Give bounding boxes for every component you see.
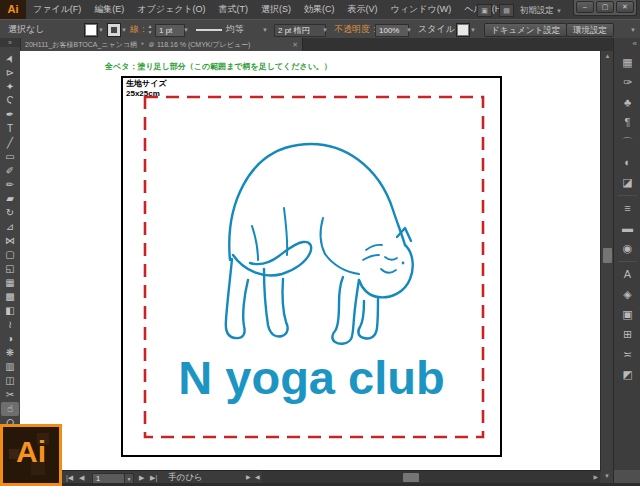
artboards-panel-icon[interactable]: ▣ (614, 304, 640, 324)
mesh-tool[interactable]: ▩ (0, 290, 20, 304)
stroke-caret-icon[interactable]: ▼ (121, 27, 127, 33)
symbol-sprayer-tool[interactable]: ❋ (0, 346, 20, 360)
slice-tool[interactable]: ✂ (0, 388, 20, 402)
pathfinder-panel-icon[interactable]: ◩ (614, 364, 640, 384)
artboard-tool[interactable]: ◫ (0, 374, 20, 388)
transform-panel-icon[interactable]: ⊞ (614, 324, 640, 344)
document-setup-button[interactable]: ドキュメント設定 (484, 23, 567, 37)
tools-panel: » ➤ ⊳ ✦ Ϛ ✒ T ╱ ▭ ✐ ✏ ▰ ↻ ⊿ ⋈ ▢ ◱ ▦ ▩ ◧ … (0, 38, 21, 470)
symbols-panel-icon[interactable]: ♣ (614, 92, 640, 112)
ai-logo-text: Ai (3, 435, 59, 469)
dock-expand-icon[interactable]: « (633, 39, 637, 48)
menu-bar: Ai ファイル(F) 編集(E) オブジェクト(O) 書式(T) 選択(S) 効… (0, 0, 640, 20)
vertical-scroll-thumb[interactable] (603, 248, 612, 263)
preferences-button[interactable]: 環境設定 (566, 23, 614, 37)
cat-illustration (222, 138, 418, 348)
free-transform-tool[interactable]: ▢ (0, 248, 20, 262)
vertical-scrollbar[interactable]: ▲ (600, 51, 614, 470)
menu-select[interactable]: 選択(S) (261, 3, 291, 16)
paragraph-panel-icon[interactable]: ¶ (614, 112, 640, 132)
document-tab[interactable]: 20H111_お客様BTOCA_ニャンコ柄 ＊ ＠ 118.16 % (CMYK… (21, 38, 303, 51)
style-caret-icon[interactable]: ▼ (470, 27, 476, 33)
lasso-tool[interactable]: Ϛ (0, 94, 20, 108)
eyedropper-tool[interactable]: ≀ (0, 318, 20, 332)
color-panel-icon[interactable]: ◐ (614, 152, 640, 172)
menu-window[interactable]: ウィンドウ(W) (391, 3, 452, 16)
eraser-tool[interactable]: ▰ (0, 192, 20, 206)
menu-view[interactable]: 表示(V) (348, 3, 378, 16)
pen-tool[interactable]: ✒ (0, 108, 20, 122)
opacity-caret-icon[interactable]: ▼ (406, 27, 412, 33)
rotate-tool[interactable]: ↻ (0, 206, 20, 220)
opacity-field[interactable]: 100% (375, 24, 409, 37)
options-collapse-icon[interactable]: ▼ (630, 27, 636, 33)
width-tool[interactable]: ⋈ (0, 234, 20, 248)
gradient-panel-icon[interactable]: ◪ (614, 172, 640, 192)
stroke-weight-stepper[interactable]: ▲▼ (146, 23, 154, 35)
blend-tool[interactable]: ◑ (0, 332, 20, 346)
type-tool[interactable]: T (0, 122, 20, 136)
document-tab-bar: 20H111_お客様BTOCA_ニャンコ柄 ＊ ＠ 118.16 % (CMYK… (20, 38, 613, 52)
artboard-canvas[interactable]: 全ベタ：塗り足し部分（この範囲まで柄を足してください。） 生地サイズ 25x25… (20, 51, 600, 470)
brush-definition-dropdown[interactable]: 2 pt 楕円 (274, 24, 326, 37)
statusbar-corner (613, 470, 640, 483)
close-button[interactable]: ✕ (616, 1, 634, 13)
restore-button[interactable]: ▢ (596, 1, 614, 13)
illustrator-splash-logo: Ai (0, 424, 62, 486)
align-panel-icon[interactable]: ≍ (614, 344, 640, 364)
navigator-panel-icon[interactable]: ◉ (614, 238, 640, 258)
rectangle-tool[interactable]: ▭ (0, 150, 20, 164)
width-profile-dropdown[interactable]: 均等 (196, 20, 244, 39)
dock-separator (618, 195, 637, 196)
horizontal-scroll-thumb[interactable] (403, 473, 419, 482)
scale-tool[interactable]: ⊿ (0, 220, 20, 234)
document-close-icon[interactable]: ✕ (292, 41, 298, 49)
swatches-panel-icon[interactable]: ▦ (614, 52, 640, 72)
fill-color-swatch[interactable] (84, 23, 98, 37)
style-swatch[interactable] (456, 23, 470, 37)
brushes-panel-icon[interactable]: ✑ (614, 72, 640, 92)
character-panel-icon[interactable]: A (614, 264, 640, 284)
line-segment-tool[interactable]: ╱ (0, 136, 20, 150)
layers-panel-icon[interactable]: ◈ (614, 284, 640, 304)
graphic-styles-panel-icon[interactable]: ▬ (614, 218, 640, 238)
bleed-annotation: 全ベタ：塗り足し部分（この範囲まで柄を足してください。） (105, 61, 332, 72)
minimize-button[interactable]: – (576, 1, 594, 13)
opacity-panel-link[interactable]: 不透明度： (334, 20, 379, 39)
tools-collapse-icon[interactable]: » (0, 38, 20, 47)
gradient-tool[interactable]: ◧ (0, 304, 20, 318)
width-profile-caret-icon[interactable]: ▼ (262, 27, 268, 33)
menu-file[interactable]: ファイル(F) (33, 3, 81, 16)
stroke-weight-field[interactable]: 1 pt (155, 24, 185, 37)
shape-builder-tool[interactable]: ◱ (0, 262, 20, 276)
menu-type[interactable]: 書式(T) (219, 3, 249, 16)
scroll-down-icon[interactable]: ▼ (601, 470, 613, 483)
workspace-switcher[interactable]: 初期設定 ▼ (520, 5, 562, 17)
brush-caret-icon[interactable]: ▼ (322, 27, 328, 33)
menu-object[interactable]: オブジェクト(O) (137, 3, 205, 16)
menu-effect[interactable]: 効果(C) (304, 3, 335, 16)
paintbrush-tool[interactable]: ✐ (0, 164, 20, 178)
stroke-panel-icon[interactable]: ⌒ (614, 132, 640, 152)
control-options-bar: 選択なし ▼ ▼ 線： ▲▼ 1 pt ▼ 均等 ▼ 2 pt 楕円 ▼ 不透明… (0, 19, 640, 40)
fabric-size-title: 生地サイズ (126, 79, 167, 89)
selection-tool[interactable]: ➤ (0, 52, 20, 66)
direct-selection-tool[interactable]: ⊳ (0, 66, 20, 80)
perspective-grid-tool[interactable]: ▦ (0, 276, 20, 290)
artboard-caret-icon[interactable]: ▼ (124, 473, 134, 484)
document-tab-title: 20H111_お客様BTOCA_ニャンコ柄 ＊ ＠ 118.16 % (CMYK… (25, 40, 289, 50)
appearance-panel-icon[interactable]: ≡ (614, 198, 640, 218)
column-graph-tool[interactable]: ▥ (0, 360, 20, 374)
pencil-tool[interactable]: ✏ (0, 178, 20, 192)
arrange-documents-icon[interactable]: ▤ (499, 4, 514, 17)
stroke-profile-line-icon (196, 29, 222, 31)
hand-tool[interactable]: ☝ (1, 402, 19, 416)
stroke-weight-caret-icon[interactable]: ▼ (183, 27, 189, 33)
fill-caret-icon[interactable]: ▼ (98, 27, 104, 33)
magic-wand-tool[interactable]: ✦ (0, 80, 20, 94)
menu-edit[interactable]: 編集(E) (94, 3, 124, 16)
stroke-color-swatch[interactable] (107, 23, 121, 37)
logo-wordmark: N yoga club (121, 350, 502, 405)
artboard-number-field[interactable]: 1 (92, 473, 127, 484)
bridge-icon[interactable]: ▣ (477, 4, 492, 17)
